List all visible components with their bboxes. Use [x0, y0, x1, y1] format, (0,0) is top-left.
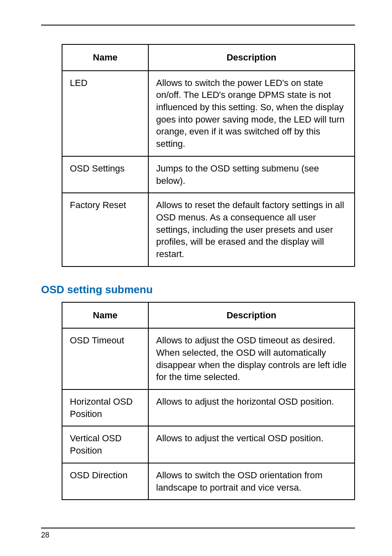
cell-description: Allows to switch the power LED's on stat…	[148, 71, 355, 156]
table-osd-main: Name Description LED Allows to switch th…	[62, 44, 355, 267]
cell-name: Factory Reset	[62, 193, 148, 266]
cell-description: Allows to adjust the OSD timeout as desi…	[148, 328, 355, 389]
footer-rule	[41, 528, 355, 528]
table-row: Horizontal OSD Position Allows to adjust…	[62, 389, 355, 426]
page-number: 28	[41, 531, 355, 540]
col-header-description: Description	[148, 44, 355, 71]
top-rule	[41, 25, 355, 25]
cell-name: Vertical OSD Position	[62, 426, 148, 463]
col-header-name: Name	[62, 302, 148, 329]
table-row: Factory Reset Allows to reset the defaul…	[62, 193, 355, 266]
cell-description: Allows to adjust the vertical OSD positi…	[148, 426, 355, 463]
cell-description: Allows to switch the OSD orientation fro…	[148, 463, 355, 500]
cell-name: OSD Direction	[62, 463, 148, 500]
section-heading-osd-setting-submenu: OSD setting submenu	[41, 283, 355, 296]
col-header-name: Name	[62, 44, 148, 71]
cell-description: Jumps to the OSD setting submenu (see be…	[148, 156, 355, 193]
cell-description: Allows to reset the default factory sett…	[148, 193, 355, 266]
col-header-description: Description	[148, 302, 355, 329]
table-osd-setting-submenu: Name Description OSD Timeout Allows to a…	[62, 302, 355, 500]
table-row: OSD Timeout Allows to adjust the OSD tim…	[62, 328, 355, 389]
table-row: LED Allows to switch the power LED's on …	[62, 71, 355, 156]
table-header-row: Name Description	[62, 302, 355, 329]
cell-description: Allows to adjust the horizontal OSD posi…	[148, 389, 355, 426]
cell-name: OSD Settings	[62, 156, 148, 193]
table-row: OSD Settings Jumps to the OSD setting su…	[62, 156, 355, 193]
cell-name: Horizontal OSD Position	[62, 389, 148, 426]
table-row: Vertical OSD Position Allows to adjust t…	[62, 426, 355, 463]
table-header-row: Name Description	[62, 44, 355, 71]
cell-name: LED	[62, 71, 148, 156]
cell-name: OSD Timeout	[62, 328, 148, 389]
table-row: OSD Direction Allows to switch the OSD o…	[62, 463, 355, 500]
